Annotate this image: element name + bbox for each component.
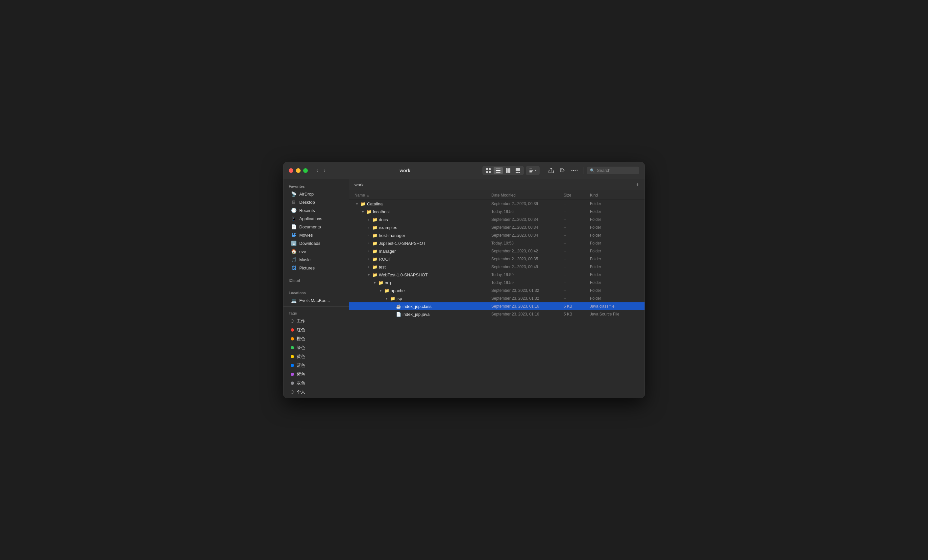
sidebar-item-pictures[interactable]: 🖼 Pictures: [285, 264, 347, 272]
file-name: docs: [379, 217, 388, 222]
blue-tag-dot: [291, 364, 294, 367]
file-size: --: [564, 272, 590, 277]
forward-button[interactable]: ›: [322, 166, 328, 175]
table-row[interactable]: ▾📁jspSeptember 23, 2023, 01:32--Folder: [349, 294, 644, 302]
sidebar-item-all-tags[interactable]: ··· All Tags...: [285, 397, 347, 398]
minimize-button[interactable]: [296, 168, 301, 173]
table-row[interactable]: ›📁ROOTSeptember 2...2023, 00:35--Folder: [349, 255, 644, 263]
add-button[interactable]: +: [636, 182, 639, 188]
table-row[interactable]: ▾📁localhostToday, 19:56--Folder: [349, 208, 644, 216]
svg-rect-3: [488, 171, 491, 173]
sort-arrow: ▲: [366, 193, 369, 197]
main-content: Favorites 📡 AirDrop 🖥 Desktop 🕐 Recents …: [284, 179, 644, 398]
orange-tag-label: 橙色: [297, 336, 305, 342]
svg-rect-13: [519, 172, 520, 173]
disclosure-triangle[interactable]: ▾: [366, 272, 371, 277]
disclosure-triangle[interactable]: ▾: [354, 201, 359, 206]
disclosure-triangle[interactable]: ›: [366, 217, 371, 222]
table-row[interactable]: ▾📁orgToday, 19:59--Folder: [349, 279, 644, 286]
sidebar-item-downloads[interactable]: ⬇️ Downloads: [285, 239, 347, 247]
toolbar-separator2: [583, 167, 583, 174]
sidebar-item-tag-green[interactable]: 绿色: [285, 344, 347, 352]
table-row[interactable]: ☕index_jsp.classSeptember 23, 2023, 01:1…: [349, 302, 644, 310]
sidebar-item-documents[interactable]: 📄 Documents: [285, 223, 347, 231]
disclosure-triangle[interactable]: ▾: [372, 280, 377, 285]
file-date: September 23, 2023, 01:32: [491, 288, 564, 293]
disclosure-triangle[interactable]: ›: [366, 233, 371, 237]
table-row[interactable]: ›📁managerSeptember 2...2023, 00:42--Fold…: [349, 247, 644, 255]
name-column-header[interactable]: Name ▲: [354, 193, 491, 198]
back-button[interactable]: ‹: [314, 166, 320, 175]
file-size: --: [564, 225, 590, 230]
sidebar-item-tag-purple[interactable]: 紫色: [285, 370, 347, 379]
disclosure-triangle[interactable]: ▾: [378, 288, 383, 293]
svg-point-19: [572, 170, 572, 171]
file-kind: Folder: [590, 209, 639, 214]
group-by-button[interactable]: ▾: [527, 167, 538, 174]
size-column-header[interactable]: Size: [564, 193, 590, 198]
disclosure-triangle[interactable]: ›: [366, 225, 371, 230]
sidebar-item-tag-red[interactable]: 红色: [285, 326, 347, 334]
disclosure-triangle[interactable]: ›: [366, 249, 371, 253]
disclosure-triangle[interactable]: ›: [366, 241, 371, 245]
sidebar-item-airdrop[interactable]: 📡 AirDrop: [285, 190, 347, 198]
folder-icon: 📁: [372, 217, 377, 222]
java-source-icon: 📄: [396, 312, 401, 317]
table-row[interactable]: ▾📁apacheSeptember 23, 2023, 01:32--Folde…: [349, 286, 644, 294]
sidebar-item-desktop[interactable]: 🖥 Desktop: [285, 198, 347, 206]
svg-rect-10: [516, 168, 520, 171]
tag-button[interactable]: [558, 167, 567, 174]
close-button[interactable]: [289, 168, 293, 173]
blue-tag-label: 蓝色: [297, 362, 305, 368]
sidebar-item-tag-gray[interactable]: 灰色: [285, 379, 347, 388]
documents-label: Documents: [299, 224, 321, 230]
kind-column-header[interactable]: Kind: [590, 193, 639, 198]
sidebar-item-tag-yellow[interactable]: 黄色: [285, 352, 347, 361]
sidebar-item-music[interactable]: 🎵 Music: [285, 256, 347, 263]
table-row[interactable]: ›📁examplesSeptember 2...2023, 00:34--Fol…: [349, 224, 644, 231]
list-view-button[interactable]: [494, 167, 503, 174]
file-name: JspTest-1.0-SNAPSHOT: [379, 241, 426, 246]
table-row[interactable]: ▾📁CatalinaSeptember 2...2023, 00:39--Fol…: [349, 200, 644, 208]
sidebar-item-tag-orange[interactable]: 橙色: [285, 335, 347, 343]
table-row[interactable]: ▾📁WebTest-1.0-SNAPSHOTToday, 19:59--Fold…: [349, 271, 644, 279]
disclosure-triangle[interactable]: ›: [366, 265, 371, 269]
macbook-label: Eve's MacBoo...: [299, 298, 330, 303]
search-box[interactable]: 🔍: [587, 167, 639, 174]
sidebar-item-recents[interactable]: 🕐 Recents: [285, 206, 347, 214]
sidebar-item-eve[interactable]: 🏠 eve: [285, 248, 347, 256]
sidebar-item-tag-personal[interactable]: 个人: [285, 388, 347, 396]
svg-rect-6: [496, 172, 501, 172]
sidebar-item-tag-blue[interactable]: 蓝色: [285, 361, 347, 370]
table-row[interactable]: ›📁testSeptember 2...2023, 00:49--Folder: [349, 263, 644, 271]
search-input[interactable]: [597, 168, 636, 173]
work-tag-label: 工作: [297, 318, 305, 324]
file-name: examples: [379, 225, 397, 230]
sidebar-item-tag-work[interactable]: 工作: [285, 317, 347, 326]
icon-view-button[interactable]: [484, 167, 493, 174]
sidebar-item-movies[interactable]: 📽 Movies: [285, 231, 347, 239]
gallery-view-button[interactable]: [513, 167, 522, 174]
fullscreen-button[interactable]: [303, 168, 308, 173]
share-button[interactable]: [546, 167, 556, 174]
sidebar-item-macbook[interactable]: 💻 Eve's MacBoo...: [285, 297, 347, 304]
svg-rect-16: [530, 171, 533, 172]
table-row[interactable]: ›📁JspTest-1.0-SNAPSHOTToday, 19:58--Fold…: [349, 239, 644, 247]
table-row[interactable]: ›📁docsSeptember 2...2023, 00:34--Folder: [349, 216, 644, 224]
date-column-header[interactable]: Date Modified: [491, 193, 564, 198]
pictures-icon: 🖼: [291, 265, 297, 271]
file-size: 5 KB: [564, 312, 590, 317]
file-size: --: [564, 280, 590, 285]
table-row[interactable]: 📄index_jsp.javaSeptember 23, 2023, 01:16…: [349, 310, 644, 318]
column-view-button[interactable]: [504, 167, 513, 174]
sidebar-item-applications[interactable]: 📱 Applications: [285, 215, 347, 222]
finder-window: ‹ › work: [283, 162, 645, 398]
more-button[interactable]: ▾: [569, 167, 580, 174]
file-kind: Folder: [590, 257, 639, 261]
table-row[interactable]: ›📁host-managerSeptember 2...2023, 00:34-…: [349, 231, 644, 239]
disclosure-triangle[interactable]: ▾: [384, 296, 389, 301]
red-tag-label: 红色: [297, 327, 305, 333]
svg-rect-4: [496, 169, 501, 169]
disclosure-triangle[interactable]: ›: [366, 257, 371, 261]
disclosure-triangle[interactable]: ▾: [360, 209, 365, 214]
